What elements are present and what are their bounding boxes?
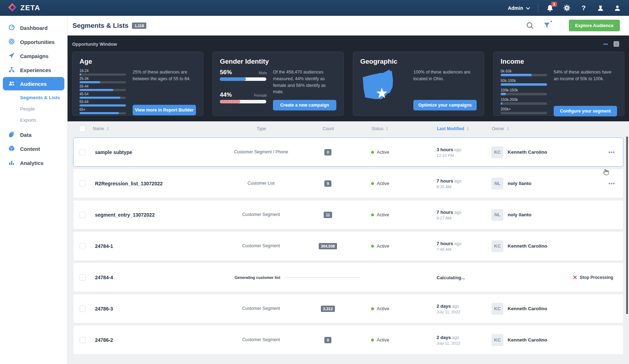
geographic-card: Geographic 100% of these audiences are l… (353, 52, 484, 116)
sidebar-item-label: Dashboard (20, 25, 47, 31)
row-checkbox[interactable] (80, 212, 86, 218)
row-checkbox[interactable] (80, 243, 86, 249)
table-row[interactable]: 24786-2 Customer Segment 0 Active 2 days… (73, 325, 623, 355)
owner: KC Kenneth Carolino (491, 303, 601, 315)
segment-name[interactable]: 24786-2 (93, 337, 224, 343)
sidebar-item-analytics[interactable]: Analytics (0, 156, 67, 170)
age-card: Age 18-24 25-34 35-44 45-54 55-64 65+ 25… (72, 52, 203, 116)
table-row[interactable]: 24786-3 Customer Segment 3,312 Active 2 … (73, 294, 623, 323)
sidebar-item-people[interactable]: People (0, 103, 67, 114)
search-icon[interactable] (526, 21, 535, 30)
sidebar-item-label: Opportunities (20, 39, 55, 45)
row-checkbox[interactable] (80, 337, 86, 343)
status-dot (371, 213, 374, 216)
data-pages-icon (8, 131, 15, 139)
gender-bar-chart: 56%Male 44%Female (220, 69, 267, 110)
owner: NL noly llanto (491, 209, 601, 221)
settings-gear-icon[interactable] (563, 4, 571, 12)
avatar: NL (491, 209, 503, 221)
segments-count-badge: 1,118 (132, 23, 146, 29)
explore-audience-button[interactable]: Explore Audience (569, 20, 620, 31)
sidebar-item-dashboard[interactable]: Dashboard (0, 21, 67, 35)
optimize-campaigns-button[interactable]: Optimize your campaigns (413, 100, 477, 110)
user-icon[interactable] (614, 4, 621, 12)
stop-processing-button[interactable]: Stop Processing (491, 274, 623, 281)
segment-name[interactable]: 24784-4 (93, 275, 224, 280)
sidebar-item-experiences[interactable]: Experiences (0, 63, 67, 77)
segment-type: Customer Segment (242, 305, 280, 312)
segment-count: 0 (298, 337, 358, 343)
segment-status: Active (358, 337, 421, 343)
row-checkbox[interactable] (80, 274, 86, 281)
column-header-owner[interactable]: Owner ▲▼ (492, 126, 601, 131)
calculating-status: Calculating... (421, 274, 491, 281)
sidebar-item-opportunities[interactable]: Opportunities (0, 35, 67, 49)
select-all-checkbox[interactable] (79, 126, 85, 132)
sidebar-item-label: Audiences (20, 81, 47, 87)
ohio-map-icon (360, 69, 404, 110)
column-header-status[interactable]: Status ▲▼ (358, 126, 421, 131)
table-row[interactable]: segment_entry_13072022 Customer Segment … (73, 200, 623, 229)
last-modified: 7 hours ago 8:35 AM (421, 178, 491, 189)
row-menu-button[interactable]: ••• (601, 180, 623, 186)
segment-count: 11 (298, 211, 358, 218)
configure-segment-button[interactable]: Configure your segment (554, 106, 617, 116)
bar-chart-icon (8, 159, 15, 167)
row-checkbox[interactable] (80, 180, 86, 187)
segment-name[interactable]: 24784-1 (93, 243, 224, 249)
brand-name: ZETA (20, 4, 40, 12)
popout-icon[interactable]: ↑ (614, 41, 619, 47)
last-modified: 3 hours ago 12:10 PM (421, 147, 491, 158)
avatar: KC (491, 334, 503, 346)
sidebar-item-content[interactable]: Content (0, 142, 67, 156)
row-menu-button[interactable]: ••• (601, 149, 623, 155)
segment-name[interactable]: segment_entry_13072022 (93, 212, 224, 218)
minimize-icon[interactable] (603, 44, 608, 45)
progress-line (285, 277, 360, 278)
sidebar-item-campaigns[interactable]: Campaigns (0, 49, 67, 63)
create-campaign-button[interactable]: Create a new campaign (273, 100, 336, 110)
segment-status: Active (358, 306, 421, 311)
filter-icon[interactable] (542, 21, 552, 30)
age-card-title: Age (80, 58, 196, 65)
help-icon[interactable]: ? (580, 4, 587, 12)
income-bar-chart: 0k-50k 50k-100k 100k-150k 150k-200k 200k… (501, 69, 548, 116)
column-header-type[interactable]: Type (224, 126, 298, 131)
table-row[interactable]: R2Regression_list_13072022 Customer List… (73, 169, 623, 198)
sidebar-item-exports[interactable]: Exports (0, 114, 67, 126)
segment-type: Customer Segment (242, 243, 280, 249)
audiences-people-icon (8, 80, 15, 88)
brand[interactable]: ZETA (8, 3, 40, 13)
admin-user-icon[interactable] (597, 4, 604, 12)
row-checkbox[interactable] (80, 149, 86, 155)
column-header-count[interactable]: Count (298, 126, 358, 131)
sidebar-item-audiences[interactable]: Audiences (3, 77, 64, 90)
gender-description: Of the 458,470 audiences measured, 44% i… (273, 69, 336, 95)
geographic-description: 100% of these audiences are located in O… (413, 69, 477, 82)
sidebar-item-data[interactable]: Data (0, 128, 67, 142)
segment-name[interactable]: R2Regression_list_13072022 (93, 181, 224, 186)
column-header-last-modified[interactable]: Last Modified ▲▼ (421, 126, 492, 131)
sort-icon[interactable]: ▲▼ (386, 127, 388, 131)
last-modified: 7 hours ago 7:48 AM (421, 241, 491, 251)
sort-icon[interactable]: ▲▼ (107, 127, 109, 131)
segment-name[interactable]: 24786-3 (93, 306, 224, 312)
table-row[interactable]: sample subtype Customer Segment / Phone … (73, 138, 623, 167)
opportunity-window-title: Opportunity Window (72, 41, 117, 47)
view-report-builder-button[interactable]: View more in Report Builder (133, 105, 196, 115)
sort-icon[interactable]: ▲▼ (466, 127, 469, 131)
table-row-processing[interactable]: 24784-4 Generating customer list Calcula… (73, 263, 623, 292)
vertical-scrollbar[interactable] (626, 136, 628, 314)
sort-icon[interactable]: ▲▼ (507, 127, 509, 131)
notifications-bell-icon[interactable]: 3 (546, 4, 554, 12)
filter-active-dot (550, 20, 553, 23)
chevron-down-icon (526, 5, 530, 11)
sidebar-item-segments-lists[interactable]: Segments & Lists (0, 92, 67, 103)
page-header: Segments & Lists 1,118 Explore Audience (68, 16, 629, 36)
page-title: Segments & Lists (72, 22, 128, 30)
segment-name[interactable]: sample subtype (93, 149, 224, 155)
admin-menu[interactable]: Admin (508, 5, 530, 11)
table-row[interactable]: 24784-1 Customer Segment 304,508 Active … (73, 231, 623, 261)
row-checkbox[interactable] (80, 306, 86, 312)
column-header-name[interactable]: Name ▲▼ (93, 126, 224, 131)
